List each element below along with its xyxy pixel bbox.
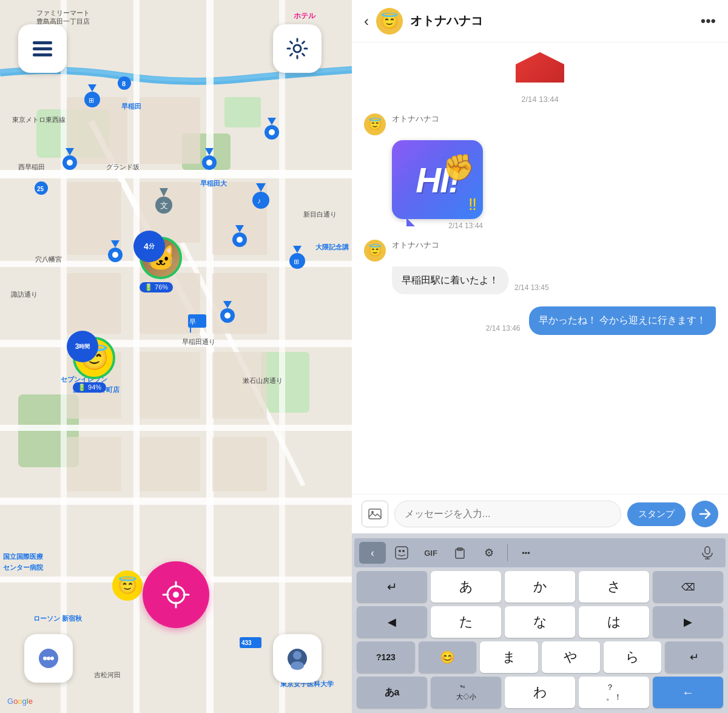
svg-point-89 bbox=[399, 550, 401, 552]
angel-avatar-2: 😇 bbox=[112, 570, 143, 601]
svg-rect-12 bbox=[61, 0, 67, 713]
kb-back-btn[interactable]: ‹ bbox=[359, 542, 386, 564]
image-button[interactable] bbox=[362, 501, 388, 527]
kb-enter[interactable]: ↵ bbox=[357, 571, 427, 603]
kb-emoji-btn[interactable] bbox=[388, 542, 415, 564]
kb-aa[interactable]: あa bbox=[357, 677, 427, 708]
angel-battery: 🔋 94% bbox=[73, 382, 106, 393]
profile-button[interactable] bbox=[273, 634, 322, 683]
svg-rect-71 bbox=[33, 53, 52, 56]
sticker-row: HI! ✊ ‼ 2/14 13:44 bbox=[392, 140, 716, 230]
cat-marker[interactable]: 4分 🐱 🔋 76% bbox=[140, 237, 182, 279]
angel-marker-1[interactable]: 3時間 😇 🔋 94% bbox=[73, 337, 115, 379]
msg-time-1: 2/14 13:45 bbox=[514, 283, 549, 292]
svg-rect-86 bbox=[369, 509, 381, 519]
kb-more-btn[interactable]: ••• bbox=[513, 542, 539, 564]
kb-a[interactable]: あ bbox=[431, 571, 501, 603]
mic-icon bbox=[701, 546, 713, 559]
kb-right[interactable]: ▶ bbox=[653, 606, 723, 638]
kb-settings-btn[interactable]: ⚙ bbox=[476, 542, 502, 564]
more-button[interactable]: ••• bbox=[701, 13, 716, 30]
message-row-1: 😇 オトナハナコ bbox=[364, 113, 716, 135]
kb-delete[interactable]: ⌫ bbox=[653, 571, 723, 603]
layers-button[interactable] bbox=[18, 24, 67, 73]
kb-gif-btn[interactable]: GIF bbox=[417, 542, 444, 564]
angel-marker-2[interactable]: 😇 bbox=[112, 570, 143, 601]
map-label-soseki-dori: 漱石山房通り bbox=[243, 376, 283, 385]
sender-name-2: オトナハナコ bbox=[392, 240, 439, 251]
back-button[interactable]: ‹ bbox=[364, 13, 369, 30]
map-label-yoshimatsu: 吉松河田 bbox=[94, 671, 121, 680]
svg-point-44 bbox=[237, 237, 243, 243]
kb-dakuten[interactable]: 〝°大◇小 bbox=[431, 677, 501, 708]
svg-text:♪: ♪ bbox=[257, 197, 261, 205]
svg-point-47 bbox=[224, 313, 231, 319]
kb-num[interactable]: ?123 bbox=[357, 641, 415, 673]
svg-rect-27 bbox=[67, 437, 121, 492]
kb-wa[interactable]: わ bbox=[505, 677, 575, 708]
locate-button[interactable] bbox=[143, 561, 209, 628]
kb-ma[interactable]: ま bbox=[480, 641, 538, 673]
message-list: 2/14 13:44 😇 オトナハナコ HI! ✊ ‼ 2/14 13:44 bbox=[352, 42, 728, 494]
kb-divider bbox=[507, 544, 508, 561]
kb-ha[interactable]: は bbox=[579, 606, 649, 638]
send-button[interactable] bbox=[692, 501, 718, 527]
map-label-familymart: ファミリーマート bbox=[36, 8, 90, 18]
svg-point-85 bbox=[291, 661, 304, 670]
svg-rect-25 bbox=[140, 352, 200, 419]
kb-newline[interactable]: ↵ bbox=[665, 641, 723, 673]
settings-button[interactable] bbox=[273, 24, 322, 73]
sender-name-1: オトナハナコ bbox=[392, 113, 439, 124]
map-label-waseda: 早稲田 bbox=[121, 102, 141, 111]
chat-panel: ‹ 😇 オトナハナコ ••• 2/14 13:44 😇 オトナハナコ HI! ✊ bbox=[352, 0, 728, 713]
svg-rect-70 bbox=[33, 47, 52, 50]
map-label-grand-zaka: グランド坂 bbox=[106, 163, 140, 172]
svg-text:8: 8 bbox=[122, 80, 126, 87]
svg-point-81 bbox=[47, 657, 50, 660]
chat-button[interactable] bbox=[24, 634, 73, 683]
kb-mic-btn[interactable] bbox=[694, 542, 721, 564]
map-label-kokusai-iryou: 国立国際医療 bbox=[3, 552, 43, 561]
svg-rect-26 bbox=[212, 352, 267, 419]
kb-ya[interactable]: や bbox=[542, 641, 600, 673]
kb-sa[interactable]: さ bbox=[579, 571, 649, 603]
svg-text:433: 433 bbox=[241, 640, 252, 646]
stamp-button[interactable]: スタンプ bbox=[627, 502, 686, 526]
svg-point-74 bbox=[173, 592, 179, 598]
layers-icon bbox=[29, 35, 56, 62]
clipboard-icon bbox=[454, 547, 466, 559]
kb-ta[interactable]: た bbox=[431, 606, 501, 638]
chat-icon bbox=[36, 646, 61, 671]
svg-rect-9 bbox=[0, 425, 352, 431]
svg-point-38 bbox=[269, 129, 275, 135]
kb-punct[interactable]: ？。！ bbox=[579, 677, 649, 708]
kb-smiley[interactable]: 😊 bbox=[419, 641, 477, 673]
gift-icon bbox=[516, 52, 564, 83]
svg-rect-16 bbox=[67, 97, 127, 164]
gift-message bbox=[364, 52, 716, 83]
kb-ka[interactable]: か bbox=[505, 571, 575, 603]
map-panel: ♪ 文 ⊞ ⊞ 8 25 433 早 ファミリーマート 豊島高田一丁目店 bbox=[0, 0, 352, 713]
svg-rect-21 bbox=[67, 273, 121, 334]
kb-return[interactable]: ← bbox=[653, 677, 723, 708]
map-label-center-hospital: センター病院 bbox=[3, 563, 43, 572]
kb-clipboard-btn[interactable] bbox=[447, 542, 473, 564]
kb-left[interactable]: ◀ bbox=[357, 606, 427, 638]
map-label-shinjuku-dori: 新目白通り bbox=[303, 210, 337, 219]
locate-icon bbox=[160, 578, 192, 611]
kb-ra[interactable]: ら bbox=[604, 641, 662, 673]
svg-point-48 bbox=[252, 192, 269, 209]
svg-text:⊞: ⊞ bbox=[89, 96, 94, 104]
svg-point-32 bbox=[67, 160, 73, 166]
map-label-lawson: ローソン 新宿秋 bbox=[33, 614, 82, 623]
kb-row-4: あa 〝°大◇小 わ ？。！ ← bbox=[357, 677, 723, 708]
map-label-waseda-univ: 早稲田大 bbox=[200, 179, 227, 188]
map-label-suwa-dori: 諏訪通り bbox=[11, 290, 38, 299]
received-bubble-1: 早稲田駅に着いたよ！ bbox=[392, 266, 508, 294]
message-input[interactable] bbox=[394, 501, 621, 527]
kb-row-1: ↵ あ か さ ⌫ bbox=[357, 571, 723, 603]
kb-na[interactable]: な bbox=[505, 606, 575, 638]
map-label-ana-hachimangu: 穴八幡宮 bbox=[35, 255, 62, 264]
svg-point-82 bbox=[50, 657, 54, 660]
svg-text:早: 早 bbox=[189, 318, 196, 325]
